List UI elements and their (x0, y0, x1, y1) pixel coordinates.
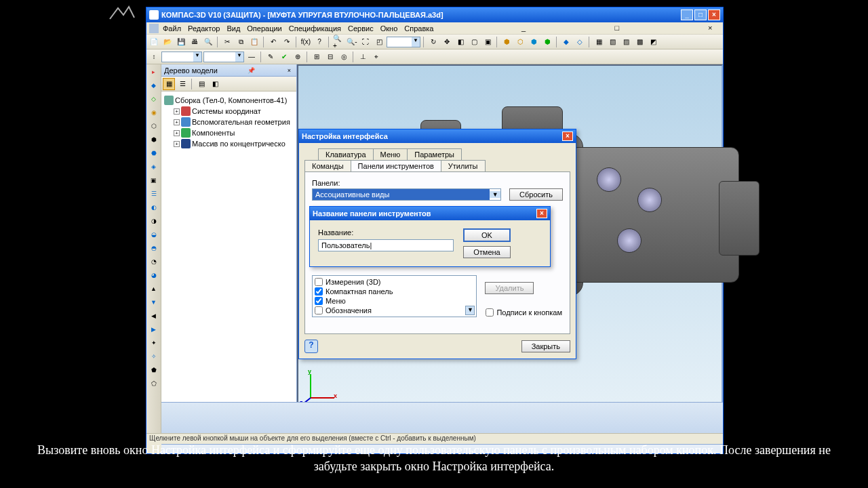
tab-utils[interactable]: Утилиты (441, 160, 486, 171)
tree-body[interactable]: Сборка (Тел-0, Компонентов-41) + Системы… (161, 92, 296, 411)
mdi-restore-icon[interactable]: □ (614, 24, 624, 33)
render-icon[interactable]: ◩ (647, 36, 659, 48)
close-button[interactable]: Закрыть (521, 340, 570, 352)
name-input[interactable]: Пользователь| (318, 239, 454, 251)
wire-icon[interactable]: ▦ (593, 36, 605, 48)
chk-menu[interactable]: Меню (314, 296, 475, 306)
fx-icon[interactable]: f(x) (300, 36, 312, 48)
menu-service[interactable]: Сервис (348, 24, 374, 33)
scale-combo[interactable]: ▼ (387, 37, 420, 47)
zoom-fit-icon[interactable]: ⛶ (359, 36, 372, 48)
menu-edit[interactable]: Редактор (188, 24, 220, 33)
property-bar[interactable] (161, 402, 723, 433)
panels-checklist[interactable]: Измерения (3D) Компактная панель Меню Об… (312, 275, 477, 317)
pan-icon[interactable]: ✥ (441, 36, 453, 48)
box5-icon[interactable]: ◆ (560, 36, 572, 48)
orient-icon[interactable]: ◧ (454, 36, 467, 48)
print-icon[interactable]: 🖶 (189, 36, 201, 48)
chk-compact[interactable]: Компактная панель (314, 287, 475, 296)
panels-combo[interactable]: Ассоциативные виды ▼ (312, 188, 501, 201)
lt-16[interactable]: ◕ (148, 269, 160, 281)
coord-icon[interactable]: ⌖ (370, 51, 382, 63)
menu-window[interactable]: Окно (380, 24, 398, 33)
line-icon[interactable]: — (245, 51, 258, 63)
tab-commands[interactable]: Команды (304, 160, 351, 171)
box2-icon[interactable]: ⬡ (514, 36, 526, 48)
menu-file[interactable]: Файл (163, 24, 181, 33)
chk-design[interactable]: Обозначения (314, 306, 465, 315)
lt-21[interactable]: ✦ (148, 337, 160, 349)
grid1-icon[interactable]: ⊞ (311, 51, 323, 63)
lt-13[interactable]: ◒ (148, 228, 160, 241)
lt-22[interactable]: ✧ (148, 350, 160, 363)
ortho-icon[interactable]: ⊥ (357, 51, 369, 63)
dialog1-close-icon[interactable]: × (562, 131, 573, 141)
edit2-icon[interactable]: ✔ (278, 51, 290, 63)
tree-node-coords[interactable]: + Системы координат (174, 106, 294, 116)
tree-node-array[interactable]: + Массив по концентрическо (174, 139, 294, 148)
view1-icon[interactable]: ▢ (468, 36, 480, 48)
lt-4[interactable]: ◉ (148, 106, 160, 119)
lt-14[interactable]: ◓ (148, 242, 160, 254)
lt-3[interactable]: ◇ (148, 93, 160, 105)
tt-3[interactable]: ▤ (195, 78, 208, 90)
help-icon[interactable]: ? (313, 36, 326, 48)
lt-8[interactable]: ◈ (148, 161, 160, 173)
zoom-out-icon[interactable]: 🔍- (346, 36, 358, 48)
tree-node-aux[interactable]: + Вспомогательная геометрия (174, 117, 294, 127)
undo-icon[interactable]: ↶ (267, 36, 279, 48)
lt-6[interactable]: ⬢ (148, 134, 160, 146)
edit1-icon[interactable]: ✎ (264, 51, 277, 63)
menu-view[interactable]: Вид (226, 24, 240, 33)
tab-toolbars[interactable]: Панели инструментов (351, 160, 441, 171)
preview-icon[interactable]: 🔍 (202, 36, 214, 48)
dialog2-close-icon[interactable]: × (536, 209, 547, 218)
lt-7[interactable]: ⬣ (148, 147, 160, 159)
pin-icon[interactable]: 📌 (248, 67, 255, 74)
zoom-in-icon[interactable]: 🔍+ (332, 36, 344, 48)
tree-node-components[interactable]: + Компоненты (174, 128, 294, 138)
chk-labels[interactable]: Подписи к кнопкам (485, 308, 563, 317)
lt-15[interactable]: ◔ (148, 256, 160, 268)
tab-menu[interactable]: Меню (373, 148, 408, 160)
lt-5[interactable]: ⬡ (148, 120, 160, 132)
save-icon[interactable]: 💾 (175, 36, 187, 48)
tt-4[interactable]: ◧ (209, 78, 221, 90)
lt-17[interactable]: ▲ (148, 283, 160, 295)
menu-spec[interactable]: Спецификация (289, 24, 341, 33)
chk-measure[interactable]: Измерения (3D) (314, 277, 475, 287)
ok-button[interactable]: OK (463, 228, 511, 242)
dialog1-titlebar[interactable]: Настройка интерфейса × (299, 129, 576, 143)
tree-header[interactable]: Дерево модели 📌 × (161, 64, 296, 77)
tree-root[interactable]: Сборка (Тел-0, Компонентов-41) (164, 96, 294, 105)
persp-icon[interactable]: ▩ (633, 36, 646, 48)
maximize-button[interactable]: □ (694, 9, 707, 20)
rotate-icon[interactable]: ↻ (427, 36, 439, 48)
combo1[interactable]: ▼ (161, 52, 202, 62)
hidden-icon[interactable]: ▧ (606, 36, 618, 48)
lt-24[interactable]: ⬠ (148, 378, 160, 390)
lt-2[interactable]: ◆ (148, 79, 160, 92)
lt-18[interactable]: ▼ (148, 296, 160, 308)
cut-icon[interactable]: ✂ (221, 36, 233, 48)
lt-1[interactable]: ▸ (148, 66, 160, 78)
tab-params[interactable]: Параметры (407, 148, 462, 160)
cancel-button[interactable]: Отмена (463, 246, 511, 258)
chklist-scroll-down-icon[interactable]: ▼ (465, 306, 475, 315)
copy-icon[interactable]: ⧉ (235, 36, 247, 48)
view2-icon[interactable]: ▣ (481, 36, 494, 48)
tt-2[interactable]: ☰ (176, 78, 189, 90)
box4-icon[interactable]: ⬢ (541, 36, 553, 48)
help-button[interactable]: ? (304, 340, 318, 353)
mdi-minimize-icon[interactable]: _ (521, 24, 531, 33)
grid2-icon[interactable]: ⊟ (324, 51, 336, 63)
new-icon[interactable]: 📄 (148, 36, 160, 48)
combo2[interactable]: ▼ (203, 52, 244, 62)
reset-button[interactable]: Сбросить (509, 188, 563, 201)
tab-keyboard[interactable]: Клавиатура (318, 148, 374, 160)
box6-icon[interactable]: ◇ (574, 36, 586, 48)
state1-icon[interactable]: ↕ (148, 51, 160, 63)
paste-icon[interactable]: 📋 (248, 36, 260, 48)
mdi-close-icon[interactable]: × (708, 24, 717, 33)
titlebar[interactable]: КОМПАС-3D V10 (ЗАЩИТА) - [МУФТА УПРУГАЯ … (146, 7, 723, 22)
